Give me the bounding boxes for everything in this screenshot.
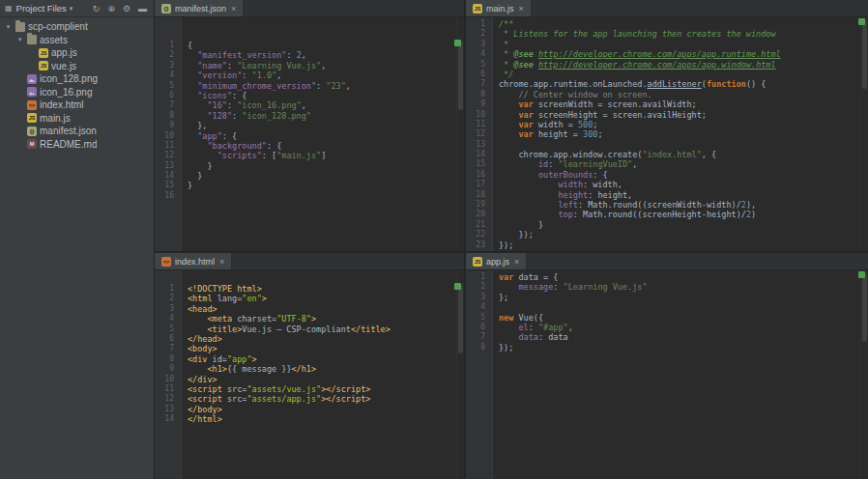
tab-label: index.html [175, 257, 215, 267]
tree-item-label: README.md [40, 139, 97, 150]
js-icon: JS [39, 48, 48, 58]
code-editor-index[interactable]: 1234567891011121314 <!DOCTYPE html><html… [155, 270, 464, 479]
html-file-icon: <> [161, 257, 171, 267]
folder-icon [15, 22, 25, 32]
hide-panel-icon[interactable]: ▬ [136, 4, 149, 14]
editor-pane-manifest: {} manifest.json × 123456789101112131415… [155, 0, 464, 253]
tree-item-icon-16-png[interactable]: icon_16.png [0, 86, 154, 99]
gutter: 12345678 [466, 270, 493, 479]
tree-item-label: vue.js [51, 61, 76, 71]
js-file-icon: JS [473, 257, 482, 267]
json-file-icon: {} [161, 4, 171, 14]
code-editor-main[interactable]: 1234567891011121314151617181920212223 /*… [466, 17, 868, 251]
html-icon: <> [27, 100, 37, 110]
scrollbar-thumb[interactable] [862, 19, 867, 89]
tab-manifest-json[interactable]: {} manifest.json × [155, 0, 244, 16]
inspections-ok-indicator[interactable] [454, 40, 461, 46]
tab-index-html[interactable]: <> index.html × [155, 253, 232, 269]
sync-icon[interactable]: ↻ [91, 4, 102, 14]
tab-bar: {} manifest.json × [155, 0, 464, 17]
tree-item-vue-js[interactable]: JSvue.js [0, 60, 154, 73]
tree-item-main-js[interactable]: JSmain.js [0, 112, 154, 126]
inspections-ok-indicator[interactable] [858, 271, 865, 278]
editor-column-right: JS main.js × 123456789101112131415161718… [466, 0, 868, 479]
ide-window: ▦ Project Files ▾ ↻ ⊕ ⚙ ▬ ▾scp-complient… [0, 0, 868, 479]
tree-item-scp-complient[interactable]: ▾scp-complient [0, 20, 154, 34]
js-file-icon: JS [473, 4, 482, 14]
scrollbar-thumb[interactable] [458, 284, 463, 353]
scrollbar[interactable] [860, 270, 868, 479]
scrollbar-thumb[interactable] [862, 272, 867, 342]
editor-pane-index: <> index.html × 1234567891011121314 <!DO… [155, 253, 464, 479]
tree-item-label: icon_16.png [40, 87, 93, 98]
gutter: 1234567891011121314 [155, 270, 182, 479]
tree-item-readme-md[interactable]: MREADME.md [0, 138, 154, 152]
tree-item-label: index.html [40, 99, 84, 110]
image-icon [27, 74, 37, 84]
inspections-ok-indicator[interactable] [858, 18, 865, 25]
project-panel: ▦ Project Files ▾ ↻ ⊕ ⚙ ▬ ▾scp-complient… [0, 0, 155, 479]
code-editor-app[interactable]: 12345678 var data = { message: "Learning… [466, 270, 868, 479]
tab-label: app.js [486, 257, 509, 267]
project-tool-window-icon: ▦ [5, 4, 13, 13]
close-icon[interactable]: × [514, 257, 519, 267]
scrollbar[interactable] [860, 17, 868, 251]
collapse-arrow-icon[interactable]: ▾ [4, 23, 13, 31]
editor-area: {} manifest.json × 123456789101112131415… [155, 0, 868, 479]
tree-item-label: scp-complient [28, 21, 88, 32]
code-area: var data = { message: "Learning Vue.js"}… [493, 270, 868, 479]
gutter: 12345678910111213141516 [155, 17, 182, 251]
editor-pane-app: JS app.js × 12345678 var data = { messag… [466, 253, 868, 479]
code-area: { "manifest_version": 2, "name": "Learni… [182, 17, 464, 251]
tree-item-label: manifest.json [40, 126, 97, 136]
json-icon: {} [27, 127, 37, 136]
code-area: /** * Listens for the app launching then… [493, 17, 868, 251]
project-panel-header: ▦ Project Files ▾ ↻ ⊕ ⚙ ▬ [0, 0, 154, 17]
editor-pane-main: JS main.js × 123456789101112131415161718… [466, 0, 868, 253]
project-view-selector[interactable]: Project Files ▾ [16, 3, 73, 14]
tab-bar: JS main.js × [466, 0, 868, 17]
tab-bar: JS app.js × [466, 253, 868, 270]
scrollbar[interactable] [456, 270, 464, 479]
tree-item-assets[interactable]: ▾assets [0, 34, 154, 47]
project-tree: ▾scp-complient▾assetsJSapp.jsJSvue.jsico… [0, 17, 154, 479]
tab-label: main.js [486, 4, 514, 14]
code-editor-manifest[interactable]: 12345678910111213141516 { "manifest_vers… [155, 17, 464, 251]
editor-column-middle: {} manifest.json × 123456789101112131415… [155, 0, 466, 479]
image-icon [27, 87, 37, 97]
js-icon: JS [39, 61, 48, 70]
project-view-title: Project Files [16, 3, 67, 14]
settings-icon[interactable]: ⚙ [121, 4, 132, 14]
tree-item-icon-128-png[interactable]: icon_128.png [0, 72, 154, 86]
tree-item-label: icon_128.png [40, 73, 98, 84]
inspections-ok-indicator[interactable] [454, 283, 461, 290]
tab-app-js[interactable]: JS app.js × [466, 253, 527, 269]
tree-item-label: app.js [51, 47, 77, 58]
close-icon[interactable]: × [231, 4, 236, 14]
chevron-down-icon: ▾ [70, 5, 73, 13]
tree-item-index-html[interactable]: <>index.html [0, 99, 154, 112]
locate-file-icon[interactable]: ⊕ [105, 4, 117, 14]
markdown-icon: M [27, 139, 37, 149]
scrollbar[interactable] [456, 17, 464, 251]
tree-item-app-js[interactable]: JSapp.js [0, 46, 154, 60]
close-icon[interactable]: × [219, 257, 224, 267]
js-icon: JS [27, 113, 37, 123]
close-icon[interactable]: × [519, 4, 524, 14]
scrollbar-thumb[interactable] [458, 41, 463, 110]
tree-item-manifest-json[interactable]: {}manifest.json [0, 125, 154, 138]
tab-bar: <> index.html × [155, 253, 464, 270]
tab-label: manifest.json [175, 4, 226, 14]
gutter: 1234567891011121314151617181920212223 [466, 17, 493, 251]
tree-item-label: main.js [40, 113, 71, 124]
code-area: <!DOCTYPE html><html lang="en"><head> <m… [182, 270, 464, 479]
tree-item-label: assets [40, 35, 68, 45]
collapse-arrow-icon[interactable]: ▾ [15, 36, 24, 43]
folder-icon [27, 35, 37, 44]
tab-main-js[interactable]: JS main.js × [466, 0, 532, 16]
